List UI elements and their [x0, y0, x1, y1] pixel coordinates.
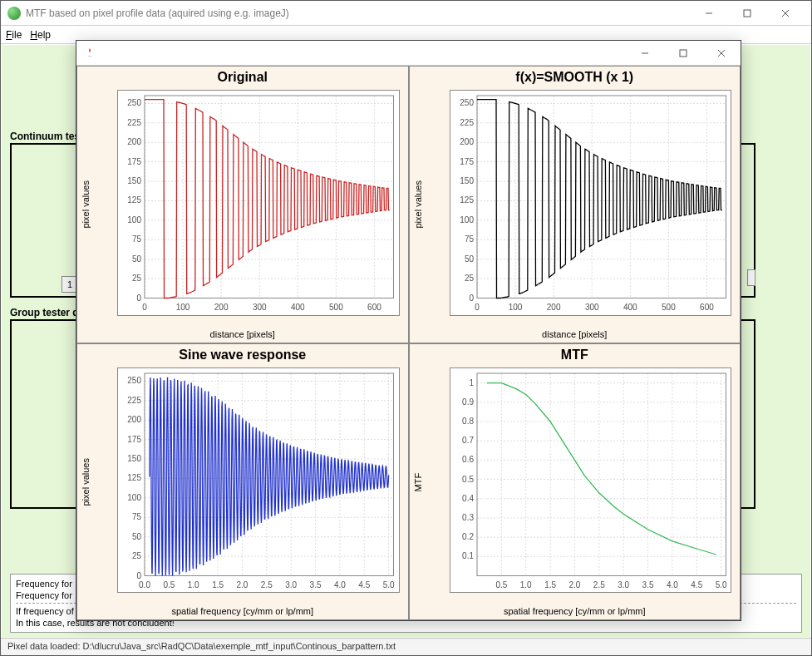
chart-mtf-xlabel: spatial frequency [cy/mm or lp/mm]: [410, 606, 741, 616]
svg-text:50: 50: [132, 254, 142, 264]
menu-file[interactable]: File: [6, 29, 22, 41]
svg-text:500: 500: [329, 303, 343, 312]
svg-text:0.4: 0.4: [462, 493, 474, 502]
svg-text:100: 100: [508, 303, 522, 312]
svg-text:25: 25: [464, 274, 474, 283]
bg-label-group: Group tester d: [10, 307, 79, 318]
svg-text:0.3: 0.3: [462, 512, 474, 521]
chart-mtf-plot[interactable]: 0.51.01.52.02.53.03.54.04.55.00.10.20.30…: [450, 367, 732, 594]
svg-text:1.0: 1.0: [519, 580, 531, 589]
svg-text:100: 100: [176, 303, 190, 312]
chart-smooth-plot[interactable]: 0100200300400500600025507510012515017520…: [450, 90, 732, 316]
status-text: Pixel data loaded: D:\dlucru\Java_src\Ra…: [7, 641, 396, 651]
svg-text:250: 250: [460, 98, 474, 107]
svg-text:200: 200: [460, 137, 474, 146]
svg-text:150: 150: [127, 176, 141, 185]
svg-text:125: 125: [127, 473, 141, 482]
svg-text:75: 75: [132, 234, 142, 244]
svg-text:5.0: 5.0: [715, 580, 726, 589]
chart-popup-window: Original pixel values 010020030040050060…: [76, 40, 741, 621]
svg-text:4.5: 4.5: [691, 580, 702, 589]
minimize-button[interactable]: [690, 1, 728, 26]
popup-window-controls: [626, 41, 741, 66]
chart-original: Original pixel values 010020030040050060…: [76, 66, 409, 343]
svg-text:0.2: 0.2: [462, 532, 474, 541]
svg-text:4.0: 4.0: [334, 580, 346, 589]
svg-text:250: 250: [127, 376, 141, 385]
svg-text:125: 125: [127, 195, 141, 205]
svg-text:300: 300: [584, 303, 598, 312]
svg-text:600: 600: [367, 303, 381, 312]
svg-text:200: 200: [127, 137, 141, 146]
svg-text:200: 200: [546, 303, 560, 312]
svg-text:1.5: 1.5: [212, 580, 224, 589]
svg-text:5.0: 5.0: [383, 580, 395, 589]
svg-text:1.5: 1.5: [544, 580, 556, 589]
svg-text:100: 100: [127, 215, 141, 224]
svg-text:3.0: 3.0: [285, 580, 297, 589]
svg-text:0.8: 0.8: [462, 416, 474, 425]
status-bar: Pixel data loaded: D:\dlucru\Java_src\Ra…: [1, 638, 811, 655]
svg-text:0.5: 0.5: [495, 580, 507, 589]
svg-text:600: 600: [700, 303, 714, 312]
svg-text:200: 200: [127, 415, 141, 424]
svg-text:0: 0: [136, 570, 141, 580]
svg-text:0: 0: [475, 303, 480, 312]
popup-minimize-button[interactable]: [626, 41, 664, 66]
svg-text:0.5: 0.5: [462, 474, 474, 483]
chart-sine-xlabel: spatial frequency [cy/mm or lp/mm]: [77, 606, 408, 616]
chart-sine-ylabel: pixel values: [81, 344, 92, 620]
maximize-button[interactable]: [728, 1, 766, 26]
chart-sine-title: Sine wave response: [77, 348, 408, 363]
svg-text:3.0: 3.0: [618, 580, 629, 589]
svg-text:250: 250: [127, 98, 141, 107]
svg-text:1: 1: [469, 377, 474, 387]
menu-help[interactable]: Help: [30, 29, 51, 41]
svg-text:225: 225: [127, 118, 141, 127]
svg-text:400: 400: [623, 303, 637, 312]
chart-original-ylabel: pixel values: [81, 67, 92, 343]
popup-maximize-button[interactable]: [664, 41, 702, 66]
svg-text:100: 100: [127, 492, 141, 501]
svg-rect-1: [680, 50, 687, 57]
svg-text:175: 175: [127, 434, 141, 443]
svg-text:125: 125: [460, 195, 474, 205]
svg-text:75: 75: [464, 234, 474, 244]
svg-rect-0: [744, 10, 750, 17]
menu-file-rest: ile: [12, 29, 22, 41]
svg-text:25: 25: [132, 551, 142, 560]
main-window-controls: [690, 1, 805, 26]
svg-text:2.0: 2.0: [568, 580, 580, 589]
svg-text:225: 225: [460, 118, 474, 127]
svg-text:500: 500: [662, 303, 676, 312]
svg-text:2.5: 2.5: [593, 580, 604, 589]
bg-label-continuum: Continuum tes: [10, 131, 80, 142]
chart-original-plot[interactable]: 0100200300400500600025507510012515017520…: [117, 90, 400, 316]
svg-text:0.6: 0.6: [462, 455, 474, 464]
chart-mtf-title: MTF: [410, 348, 741, 363]
popup-close-button[interactable]: [702, 41, 741, 66]
svg-text:150: 150: [460, 176, 474, 185]
svg-rect-161: [477, 373, 726, 576]
svg-text:75: 75: [132, 512, 142, 521]
svg-text:0: 0: [142, 303, 147, 312]
svg-text:50: 50: [132, 531, 142, 540]
svg-text:1.0: 1.0: [188, 580, 199, 589]
chart-sine-plot[interactable]: 0.00.51.01.52.02.53.03.54.04.55.00255075…: [117, 367, 400, 594]
chart-smooth-title: f(x)=SMOOTH (x 1): [410, 70, 741, 85]
menu-help-rest: elp: [37, 29, 51, 41]
chart-original-title: Original: [77, 70, 408, 85]
chart-mtf: MTF MTF 0.51.01.52.02.53.03.54.04.55.00.…: [409, 343, 741, 621]
svg-text:2.5: 2.5: [261, 580, 273, 589]
java-icon: [83, 47, 96, 60]
chart-sine: Sine wave response pixel values 0.00.51.…: [76, 343, 409, 621]
svg-text:150: 150: [127, 454, 141, 463]
svg-text:0.1: 0.1: [462, 551, 474, 560]
svg-text:4.0: 4.0: [666, 580, 677, 589]
charts-grid: Original pixel values 010020030040050060…: [76, 66, 741, 620]
svg-text:0: 0: [136, 293, 141, 303]
chart-mtf-ylabel: MTF: [413, 344, 425, 620]
svg-text:225: 225: [127, 395, 141, 404]
close-button[interactable]: [766, 1, 805, 26]
app-icon: [7, 7, 21, 20]
